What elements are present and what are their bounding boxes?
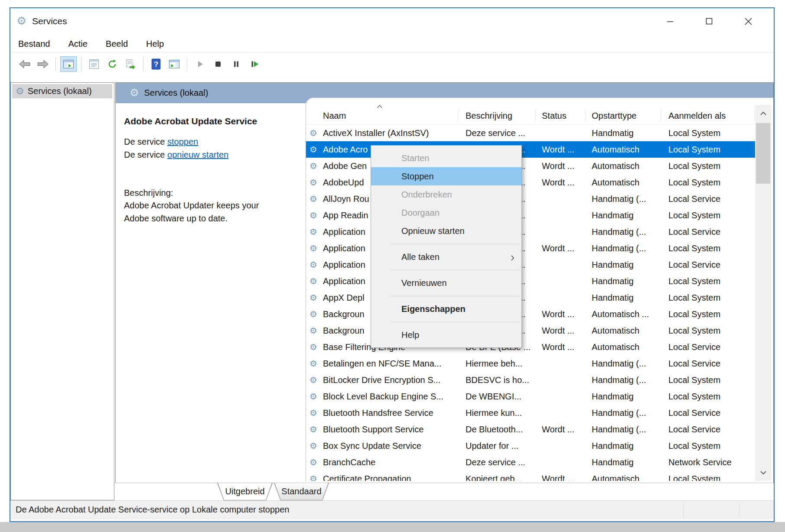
service-logon-cell: Local System (668, 438, 754, 454)
show-console-tree-icon[interactable] (60, 56, 77, 72)
context-menu-item-eigenschappen[interactable]: Eigenschappen (371, 300, 521, 318)
service-status-cell (542, 207, 584, 224)
service-startup-cell: Automatisch (592, 174, 660, 191)
service-row[interactable]: ⚙Box Sync Update ServiceUpdater for ...H… (306, 438, 755, 454)
service-description-cell: BDESVC is ho... (466, 372, 531, 388)
menu-bestand[interactable]: Bestand (18, 37, 59, 51)
service-name-cell: Box Sync Update Service (323, 438, 456, 454)
scroll-up-button[interactable] (755, 105, 771, 121)
column-header-opstarttype[interactable]: Opstarttype (586, 107, 661, 124)
service-status-cell (542, 438, 584, 454)
selected-service-title: Adobe Acrobat Update Service (124, 116, 257, 127)
service-logon-cell: Local System (668, 174, 754, 191)
show-action-pane-icon[interactable] (166, 56, 182, 72)
service-row[interactable]: ⚙BranchCacheDeze service ...HandmatigNet… (306, 454, 755, 470)
service-gear-icon: ⚙ (309, 339, 317, 355)
service-description-cell: Hiermee kun... (466, 405, 531, 421)
service-description-cell: Hiermee beh... (466, 355, 531, 372)
vertical-scrollbar[interactable] (755, 105, 771, 481)
export-list-icon[interactable] (122, 56, 139, 72)
close-button[interactable] (736, 13, 760, 30)
stop-service-link[interactable]: stoppen (167, 137, 198, 146)
view-tab-strip: UitgebreidStandaard (115, 483, 774, 500)
stop-service-icon[interactable] (210, 56, 226, 72)
restart-service-link[interactable]: opnieuw starten (167, 150, 228, 159)
service-status-cell (542, 454, 584, 470)
toolbar-separator (143, 57, 143, 71)
service-status-cell: Wordt ... (542, 322, 584, 339)
service-status-cell (542, 405, 584, 421)
service-row[interactable]: ⚙Betalingen en NFC/SE Mana...Hiermee beh… (306, 355, 755, 372)
context-menu-item-alle-taken[interactable]: Alle taken (371, 248, 521, 266)
services-gear-icon: ⚙ (130, 87, 139, 99)
description-label: Beschrijving: (124, 188, 173, 198)
properties-icon[interactable] (86, 56, 102, 72)
service-name-cell: BitLocker Drive Encryption S... (323, 372, 456, 388)
column-header-status[interactable]: Status (535, 107, 586, 124)
context-menu-item-vernieuwen[interactable]: Vernieuwen (371, 274, 521, 292)
menu-actie[interactable]: Actie (68, 37, 96, 51)
scroll-down-button[interactable] (755, 464, 771, 481)
service-startup-cell: Automatisch ... (592, 306, 660, 322)
service-row[interactable]: ⚙BitLocker Drive Encryption S...BDESVC i… (306, 372, 755, 388)
service-startup-cell: Handmatig (... (592, 405, 660, 421)
menu-beeld[interactable]: Beeld (106, 37, 137, 51)
maximize-button[interactable] (697, 13, 721, 30)
service-gear-icon: ⚙ (309, 158, 317, 174)
context-menu-item-opnieuw-starten[interactable]: Opnieuw starten (371, 222, 521, 240)
tree-item-services-local[interactable]: ⚙ Services (lokaal) (12, 84, 112, 98)
forward-icon[interactable] (35, 56, 51, 72)
column-header-aanmelden-als[interactable]: Aanmelden als (661, 107, 754, 124)
service-name-cell: ActiveX Installer (AxInstSV) (323, 125, 456, 141)
toolbar: ? (10, 52, 774, 75)
tab-standaard[interactable]: Standaard (274, 483, 329, 500)
scrollbar-thumb[interactable] (756, 123, 770, 184)
pause-service-icon[interactable] (228, 56, 244, 72)
start-service-icon[interactable] (192, 56, 208, 72)
service-status-cell: Wordt ... (542, 141, 584, 158)
context-menu-item-help[interactable]: Help (371, 326, 521, 344)
service-name-cell: Bluetooth Handsfree Service (323, 405, 456, 421)
service-row[interactable]: ⚙ActiveX Installer (AxInstSV)Deze servic… (306, 125, 755, 141)
toolbar-separator (81, 57, 81, 71)
service-status-cell (542, 388, 584, 405)
service-description-cell: Deze service ... (466, 454, 531, 470)
service-logon-cell: Local System (668, 372, 754, 388)
service-status-cell: Wordt ... (542, 174, 584, 191)
service-status-cell (542, 256, 584, 273)
service-gear-icon: ⚙ (309, 454, 317, 470)
context-menu-item-stoppen[interactable]: Stoppen (371, 167, 521, 185)
tab-uitgebreid[interactable]: Uitgebreid (217, 483, 273, 500)
context-menu-separator (371, 318, 521, 326)
service-row[interactable]: ⚙Block Level Backup Engine S...De WBENGI… (306, 388, 755, 405)
minimize-button[interactable] (658, 13, 682, 30)
context-menu-item-starten: Starten (371, 149, 521, 167)
service-status-cell: Wordt ... (542, 421, 584, 438)
service-startup-cell: Handmatig (... (592, 240, 660, 256)
service-startup-cell: Handmatig (... (592, 372, 660, 388)
column-separator[interactable] (754, 110, 755, 121)
restart-line-prefix: De service (124, 150, 167, 159)
service-row[interactable]: ⚙Bluetooth Handsfree ServiceHiermee kun.… (306, 405, 755, 421)
refresh-icon[interactable] (104, 56, 121, 72)
service-row[interactable]: ⚙Certificate PropagationKopieert geb...W… (306, 470, 755, 481)
column-header-naam[interactable]: Naam (306, 107, 458, 124)
pane-header-label: Services (lokaal) (144, 88, 208, 98)
toolbar-separator (55, 57, 56, 71)
context-menu-item-onderbreken: Onderbreken (371, 185, 521, 204)
column-header-beschrijving[interactable]: Beschrijving (458, 107, 535, 124)
service-status-cell (542, 125, 584, 141)
restart-service-icon[interactable] (246, 56, 263, 72)
title-bar[interactable]: ⚙ Services (10, 8, 774, 36)
service-startup-cell: Handmatig (... (592, 421, 660, 438)
service-startup-cell: Automatisch (592, 322, 660, 339)
service-row[interactable]: ⚙Bluetooth Support ServiceDe Bluetooth..… (306, 421, 755, 438)
service-name-cell: Block Level Backup Engine S... (323, 388, 456, 405)
menu-help[interactable]: Help (146, 37, 173, 51)
back-icon[interactable] (16, 56, 33, 72)
service-gear-icon: ⚙ (309, 306, 317, 322)
help-icon[interactable]: ? (148, 56, 164, 72)
service-startup-cell: Handmatig (592, 438, 660, 454)
service-logon-cell: Local Service (668, 405, 754, 421)
service-startup-cell: Handmatig (592, 125, 660, 141)
